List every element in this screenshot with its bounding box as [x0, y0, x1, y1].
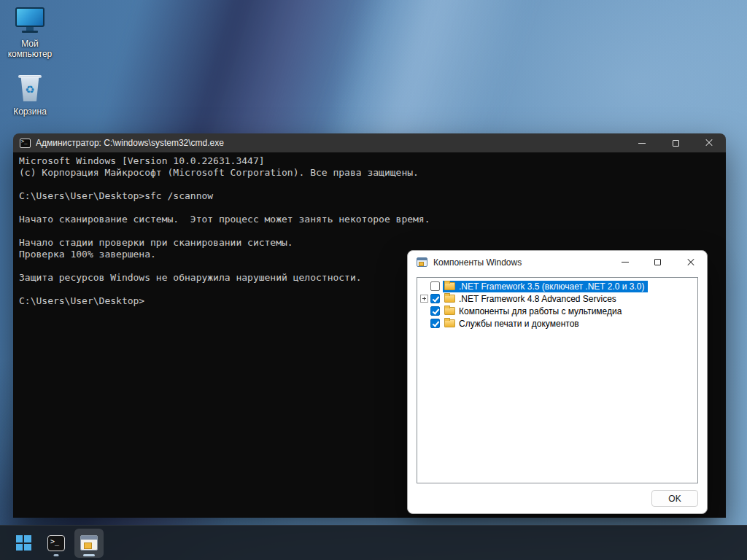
feature-checkbox[interactable]: [430, 319, 440, 328]
feature-content[interactable]: .NET Framework 4.8 Advanced Services: [443, 293, 619, 305]
cmd-titlebar[interactable]: Администратор: C:\windows\system32\cmd.e…: [13, 133, 726, 152]
minimize-icon: [622, 262, 629, 262]
dialog-footer: OK: [408, 490, 707, 513]
cmd-window-title: Администратор: C:\windows\system32\cmd.e…: [36, 138, 224, 148]
desktop-icon-label: Мой компьютер: [1, 39, 59, 59]
terminal-line: [19, 225, 720, 237]
dialog-title: Компоненты Windows: [433, 257, 522, 268]
folder-icon: [444, 295, 455, 303]
running-indicator: [54, 554, 59, 556]
maximize-icon: [654, 259, 661, 265]
feature-checkbox[interactable]: [430, 294, 440, 303]
taskbar: [0, 525, 747, 560]
feature-item[interactable]: .NET Framework 3.5 (включает .NET 2.0 и …: [420, 280, 697, 292]
ok-button[interactable]: OK: [651, 490, 698, 507]
windows-features-icon: [417, 257, 427, 267]
cmd-icon: [20, 139, 31, 148]
folder-icon: [444, 319, 455, 327]
windows-features-icon: [80, 535, 98, 551]
feature-checkbox[interactable]: [430, 281, 440, 291]
terminal-line: C:\Users\User\Desktop>sfc /scannow: [19, 190, 720, 202]
feature-label: Компоненты для работы с мультимедиа: [459, 306, 622, 316]
taskbar-cmd-button[interactable]: [42, 529, 71, 558]
start-button[interactable]: [9, 529, 38, 558]
taskbar-windows-features-button[interactable]: [74, 529, 104, 558]
terminal-line: Начало стадии проверки при сканировании …: [19, 237, 720, 249]
running-indicator: [83, 554, 95, 556]
windows-features-dialog: Компоненты Windows .NET Framework 3.5 (в…: [407, 250, 708, 514]
folder-icon: [444, 282, 455, 290]
cmd-close-button[interactable]: [692, 133, 726, 152]
cmd-icon: [47, 535, 65, 551]
dialog-maximize-button[interactable]: [641, 251, 674, 273]
feature-content[interactable]: Службы печати и документов: [443, 318, 582, 330]
feature-item[interactable]: Службы печати и документов: [420, 317, 697, 330]
dialog-minimize-button[interactable]: [608, 251, 641, 273]
terminal-line: [19, 202, 720, 214]
close-icon: [686, 258, 695, 267]
features-list[interactable]: .NET Framework 3.5 (включает .NET 2.0 и …: [417, 277, 698, 483]
expander-plus-icon[interactable]: [420, 295, 428, 303]
desktop-icon-recycle-bin[interactable]: ♻ Корзина: [1, 72, 59, 117]
close-icon: [705, 139, 713, 147]
cmd-maximize-button[interactable]: [659, 133, 692, 152]
feature-label: .NET Framework 4.8 Advanced Services: [459, 294, 616, 304]
recycle-bin-icon: ♻: [18, 72, 42, 103]
feature-checkbox[interactable]: [430, 306, 440, 316]
terminal-line: Начато сканирование системы. Этот процес…: [19, 214, 720, 225]
folder-icon: [444, 307, 455, 315]
feature-item[interactable]: Компоненты для работы с мультимедиа: [420, 305, 697, 317]
windows-logo-icon: [16, 535, 31, 551]
feature-item[interactable]: .NET Framework 4.8 Advanced Services: [420, 292, 697, 305]
cmd-minimize-button[interactable]: [625, 133, 659, 152]
minimize-icon: [638, 143, 646, 144]
maximize-icon: [673, 140, 679, 147]
dialog-close-button[interactable]: [674, 251, 707, 273]
dialog-titlebar[interactable]: Компоненты Windows: [408, 251, 707, 273]
terminal-line: Microsoft Windows [Version 10.0.22631.34…: [19, 155, 720, 167]
feature-label: .NET Framework 3.5 (включает .NET 2.0 и …: [459, 281, 645, 292]
feature-label: Службы печати и документов: [459, 319, 579, 329]
terminal-line: (c) Корпорация Майкрософт (Microsoft Cor…: [19, 167, 720, 179]
desktop-icon-my-computer[interactable]: Мой компьютер: [1, 7, 59, 59]
desktop-icon-label: Корзина: [13, 106, 47, 117]
my-computer-icon: [15, 7, 45, 35]
feature-selection[interactable]: .NET Framework 3.5 (включает .NET 2.0 и …: [443, 281, 648, 292]
terminal-line: [19, 179, 720, 190]
feature-content[interactable]: Компоненты для работы с мультимедиа: [443, 306, 624, 317]
